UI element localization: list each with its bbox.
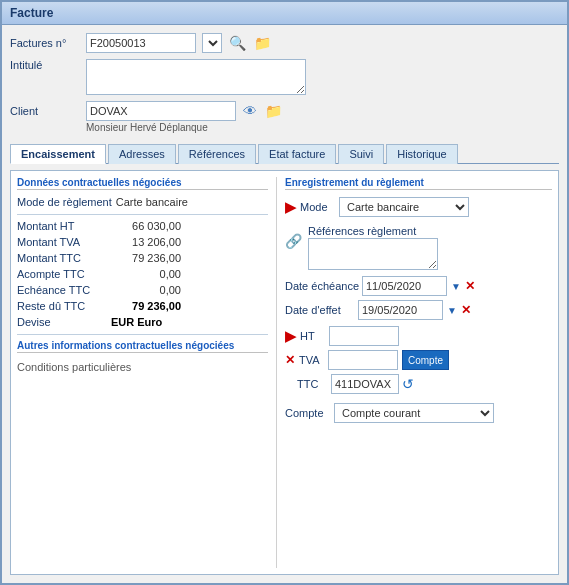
ht-label: HT	[300, 330, 325, 342]
main-window: Facture Factures n° 🔍 📁 Intitulé Client …	[0, 0, 569, 585]
tab-references[interactable]: Références	[178, 144, 256, 164]
ht-tva-ttc-section: ▶ HT ✕ TVA Compte TTC ↺	[285, 326, 552, 395]
montant-ttc-value: 79 236,00	[111, 252, 181, 264]
tva-input[interactable]	[328, 350, 398, 370]
mode-arrow-icon: ▶	[285, 199, 296, 215]
date-effet-label: Date d'effet	[285, 304, 355, 316]
separator2	[17, 334, 268, 335]
folder-icon[interactable]: 📁	[253, 34, 272, 52]
invoice-row: Factures n° 🔍 📁	[10, 33, 559, 53]
devise-value: EUR Euro	[111, 316, 162, 328]
tab-historique[interactable]: Historique	[386, 144, 458, 164]
ttc-account-input[interactable]	[331, 374, 399, 394]
compte-button[interactable]: Compte	[402, 350, 449, 370]
date-echeance-input[interactable]	[362, 276, 447, 296]
left-panel: Données contractuelles négociées Mode de…	[17, 177, 277, 568]
client-input[interactable]	[86, 101, 236, 121]
acompte-label: Acompte TTC	[17, 268, 107, 280]
ht-arrow-icon: ▶	[285, 328, 296, 344]
ht-input[interactable]	[329, 326, 399, 346]
echeance-row: Echéance TTC 0,00	[17, 284, 268, 296]
right-mode-dropdown[interactable]: Carte bancaire	[339, 197, 469, 217]
tab-encaissement[interactable]: Encaissement	[10, 144, 106, 164]
ht-row: ▶ HT	[285, 326, 552, 346]
left-section-title: Données contractuelles négociées	[17, 177, 268, 190]
refs-label: Références règlement	[308, 225, 416, 237]
content-area: Factures n° 🔍 📁 Intitulé Client 👁 📁 Mons…	[2, 25, 567, 583]
search-icon[interactable]: 🔍	[228, 34, 247, 52]
tab-suivi[interactable]: Suivi	[338, 144, 384, 164]
refs-label-row: Références règlement	[308, 225, 438, 237]
invoice-dropdown[interactable]	[202, 33, 222, 53]
mode-reglement-label: Mode de règlement	[17, 196, 112, 208]
montant-tva-label: Montant TVA	[17, 236, 107, 248]
montant-ttc-row: Montant TTC 79 236,00	[17, 252, 268, 264]
autres-label: Autres informations contractuelles négoc…	[17, 340, 268, 353]
separator1	[17, 214, 268, 215]
montant-ht-value: 66 030,00	[111, 220, 181, 232]
ttc-account-field: ↺	[331, 374, 415, 394]
date-echeance-row: Date échéance ▼ ✕	[285, 276, 552, 296]
tva-x-icon: ✕	[285, 353, 295, 367]
ttc-row: TTC ↺	[285, 374, 552, 394]
echeance-value: 0,00	[111, 284, 181, 296]
devise-label: Devise	[17, 316, 107, 328]
echeance-label: Echéance TTC	[17, 284, 107, 296]
date-echeance-calendar-icon[interactable]: ▼	[450, 280, 462, 293]
montant-tva-row: Montant TVA 13 206,00	[17, 236, 268, 248]
tab-content: Données contractuelles négociées Mode de…	[10, 170, 559, 575]
right-section-title: Enregistrement du règlement	[285, 177, 552, 190]
tab-etat-facture[interactable]: Etat facture	[258, 144, 336, 164]
client-subtitle: Monsieur Hervé Déplanque	[86, 122, 559, 133]
right-panel: Enregistrement du règlement ▶ Mode Carte…	[277, 177, 552, 568]
ttc-refresh-icon[interactable]: ↺	[401, 375, 415, 393]
refs-textarea[interactable]	[308, 238, 438, 270]
date-effet-calendar-icon[interactable]: ▼	[446, 304, 458, 317]
reste-value: 79 236,00	[111, 300, 181, 312]
montant-tva-value: 13 206,00	[111, 236, 181, 248]
tab-adresses[interactable]: Adresses	[108, 144, 176, 164]
conditions-label: Conditions particulières	[17, 361, 268, 373]
date-echeance-clear-icon[interactable]: ✕	[465, 279, 475, 293]
link-icon: 🔗	[285, 233, 302, 249]
tab-bar: Encaissement Adresses Références Etat fa…	[10, 143, 559, 164]
invoice-label: Factures n°	[10, 37, 80, 49]
montant-ht-label: Montant HT	[17, 220, 107, 232]
reste-label: Reste dû TTC	[17, 300, 107, 312]
montant-ht-row: Montant HT 66 030,00	[17, 220, 268, 232]
date-echeance-label: Date échéance	[285, 280, 359, 292]
client-row: Client 👁 📁	[10, 101, 559, 121]
compte-courant-label: Compte	[285, 407, 330, 419]
tva-label: TVA	[299, 354, 324, 366]
compte-courant-dropdown[interactable]: Compte courant	[334, 403, 494, 423]
tva-row: ✕ TVA Compte	[285, 350, 552, 370]
right-mode-label: Mode	[300, 201, 335, 213]
intitule-row: Intitulé	[10, 59, 559, 95]
compte-courant-row: Compte Compte courant	[285, 403, 552, 423]
client-folder-icon[interactable]: 📁	[264, 102, 283, 120]
date-effet-row: Date d'effet ▼ ✕	[285, 300, 552, 320]
client-label: Client	[10, 105, 80, 117]
acompte-row: Acompte TTC 0,00	[17, 268, 268, 280]
intitule-label: Intitulé	[10, 59, 80, 71]
title-bar: Facture	[2, 2, 567, 25]
acompte-value: 0,00	[111, 268, 181, 280]
date-effet-clear-icon[interactable]: ✕	[461, 303, 471, 317]
eye-icon[interactable]: 👁	[242, 102, 258, 120]
invoice-number-input[interactable]	[86, 33, 196, 53]
date-effet-input[interactable]	[358, 300, 443, 320]
right-mode-row: ▶ Mode Carte bancaire	[285, 197, 552, 217]
refs-inner: Références règlement	[308, 225, 438, 272]
refs-section: 🔗 Références règlement	[285, 225, 552, 272]
reste-row: Reste dû TTC 79 236,00	[17, 300, 268, 312]
ttc-label: TTC	[297, 378, 327, 390]
montant-ttc-label: Montant TTC	[17, 252, 107, 264]
intitule-textarea[interactable]	[86, 59, 306, 95]
mode-reglement-row: Mode de règlement Carte bancaire	[17, 196, 268, 208]
client-block: Client 👁 📁 Monsieur Hervé Déplanque	[10, 101, 559, 133]
devise-row: Devise EUR Euro	[17, 316, 268, 328]
mode-reglement-value: Carte bancaire	[116, 196, 188, 208]
window-title: Facture	[10, 6, 53, 20]
